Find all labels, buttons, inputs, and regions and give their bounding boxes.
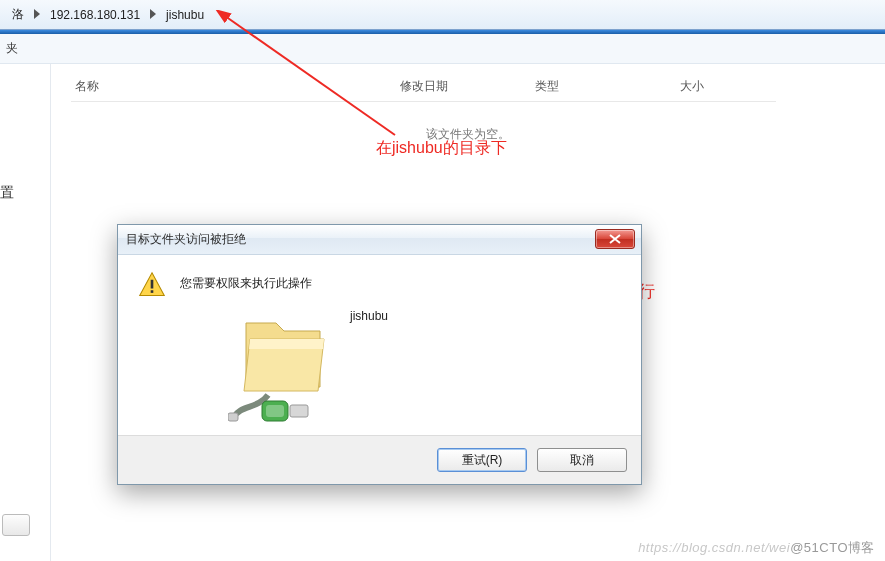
warning-icon [138,271,166,299]
annotation-text-1: 在jishubu的目录下 [376,138,507,159]
breadcrumb-ip[interactable]: 192.168.180.131 [42,4,148,26]
network-folder-icon [228,309,338,429]
dialog-title-text: 目标文件夹访问被拒绝 [126,231,246,248]
svg-rect-7 [228,413,238,421]
toolbar-label: 夹 [6,40,18,57]
access-denied-dialog: 目标文件夹访问被拒绝 您需要权限来执行此操作 [117,224,642,485]
svg-rect-3 [151,290,154,293]
toolbar: 夹 [0,34,885,64]
dialog-footer: 重试(R) 取消 [118,435,641,484]
col-type[interactable]: 类型 [531,72,676,102]
close-button[interactable] [595,229,635,249]
breadcrumb-sep-2[interactable] [148,9,158,21]
watermark-badge: @51CTO博客 [790,540,875,555]
watermark: https://blog.csdn.net/wei@51CTO博客 [638,539,875,557]
left-bottom-button[interactable] [2,514,30,536]
column-headers: 名称 修改日期 类型 大小 [51,64,885,110]
left-panel: 置 [0,64,50,544]
col-date[interactable]: 修改日期 [396,72,531,102]
close-icon [609,234,621,244]
col-size[interactable]: 大小 [676,72,776,102]
address-bar: 洛 192.168.180.131 jishubu [0,0,885,30]
dialog-titlebar[interactable]: 目标文件夹访问被拒绝 [118,225,641,255]
cancel-button[interactable]: 取消 [537,448,627,472]
col-name[interactable]: 名称 [71,72,396,102]
svg-rect-6 [290,405,308,417]
watermark-url: https://blog.csdn.net/wei [638,540,790,555]
svg-rect-5 [266,405,284,417]
breadcrumb-sep-1[interactable] [32,9,42,21]
dialog-body: 您需要权限来执行此操作 jishubu [118,255,641,435]
retry-button[interactable]: 重试(R) [437,448,527,472]
dialog-folder-name: jishubu [350,309,388,323]
breadcrumb-folder[interactable]: jishubu [158,4,212,26]
left-char: 置 [0,184,50,202]
dialog-message: 您需要权限来执行此操作 [180,275,312,292]
breadcrumb-root[interactable]: 洛 [4,4,32,26]
svg-rect-2 [151,280,154,289]
